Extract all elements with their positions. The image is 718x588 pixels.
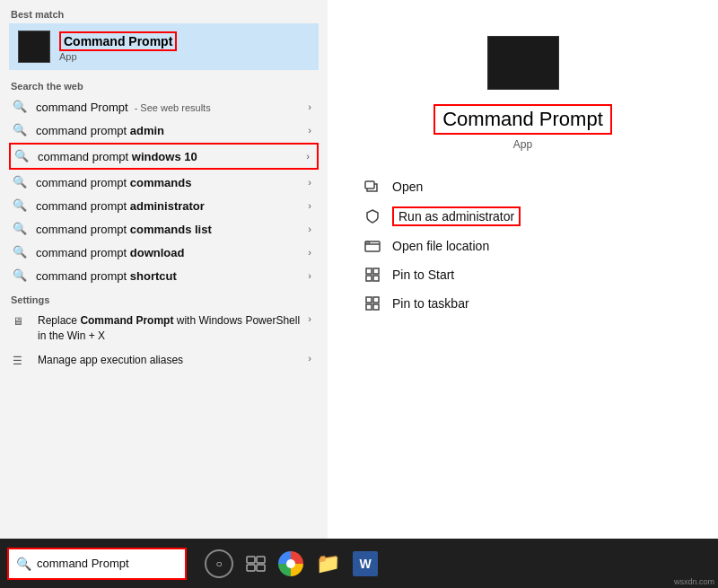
taskbar-search-icon: 🔍 bbox=[16, 557, 31, 571]
chevron-right-icon: › bbox=[308, 177, 315, 188]
taskbar-search-bar[interactable]: 🔍 command Prompt bbox=[7, 548, 187, 580]
list-item[interactable]: ☰ Manage app execution aliases › bbox=[9, 348, 319, 377]
svg-rect-3 bbox=[373, 268, 379, 274]
shield-icon bbox=[363, 207, 381, 225]
pin-taskbar-icon bbox=[363, 294, 381, 312]
list-item[interactable]: 🖥 Replace Command Prompt with Windows Po… bbox=[9, 309, 319, 348]
svg-rect-11 bbox=[257, 557, 265, 563]
search-icon: 🔍 bbox=[14, 149, 29, 163]
task-view-button[interactable] bbox=[246, 556, 266, 572]
search-result-text: command prompt windows 10 bbox=[38, 150, 306, 163]
app-preview-type: App bbox=[513, 138, 532, 151]
chevron-right-icon: › bbox=[306, 151, 313, 162]
list-item[interactable]: 🔍 command prompt download › bbox=[9, 241, 319, 264]
open-button[interactable]: Open bbox=[363, 172, 718, 201]
monitor-icon: 🖥 bbox=[13, 315, 31, 333]
list-item[interactable]: 🔍 command prompt commands › bbox=[9, 171, 319, 194]
settings-item-text: Replace Command Prompt with Windows Powe… bbox=[38, 313, 308, 344]
search-icon: 🔍 bbox=[13, 123, 27, 137]
chrome-icon[interactable] bbox=[278, 551, 303, 576]
best-match-item[interactable]: Command Prompt App bbox=[9, 23, 319, 70]
best-match-section: Best match Command Prompt App bbox=[0, 0, 328, 75]
settings-section: Settings 🖥 Replace Command Prompt with W… bbox=[0, 289, 328, 379]
pin-start-button[interactable]: Pin to Start bbox=[363, 260, 718, 289]
search-result-text: command prompt commands bbox=[36, 176, 308, 189]
search-icon: 🔍 bbox=[13, 222, 27, 236]
open-icon bbox=[363, 178, 381, 196]
list-item[interactable]: 🔍 command prompt commands list › bbox=[9, 217, 319, 241]
folder-icon: 📁 bbox=[316, 552, 340, 575]
chevron-right-icon: › bbox=[308, 101, 315, 112]
chevron-right-icon: › bbox=[308, 224, 315, 234]
bold-text: commands bbox=[130, 176, 192, 189]
word-button[interactable]: W bbox=[353, 551, 378, 576]
svg-rect-4 bbox=[366, 276, 372, 281]
search-result-text: command prompt shortcut bbox=[36, 269, 308, 283]
best-match-app-type: App bbox=[59, 51, 177, 62]
settings-label: Settings bbox=[9, 294, 319, 305]
search-result-text: command prompt download bbox=[36, 246, 308, 259]
search-result-text: command Prompt - See web results bbox=[36, 101, 308, 114]
chevron-right-icon: › bbox=[308, 313, 315, 324]
left-panel: Best match Command Prompt App Search the… bbox=[0, 0, 328, 539]
run-as-admin-label: Run as administrator bbox=[392, 206, 521, 226]
search-web-section: Search the web 🔍 command Prompt - See we… bbox=[0, 75, 328, 289]
open-file-location-label: Open file location bbox=[392, 239, 489, 253]
search-icon: 🔍 bbox=[13, 175, 27, 189]
run-as-admin-button[interactable]: Run as administrator bbox=[363, 201, 718, 232]
chevron-right-icon: › bbox=[308, 200, 315, 211]
list-icon: ☰ bbox=[13, 355, 31, 373]
search-icon: 🔍 bbox=[13, 100, 27, 114]
search-text-main: command Prompt bbox=[36, 101, 128, 114]
list-item[interactable]: 🔍 command prompt admin › bbox=[9, 118, 319, 142]
cmd-icon-best-match bbox=[18, 31, 50, 63]
pin-taskbar-label: Pin to taskbar bbox=[392, 296, 469, 311]
taskbar: 🔍 command Prompt ○ 📁 W wsxdn.com bbox=[0, 539, 718, 588]
svg-rect-5 bbox=[373, 276, 379, 281]
chevron-right-icon: › bbox=[308, 125, 315, 136]
chevron-right-icon: › bbox=[308, 270, 315, 281]
search-icon: 🔍 bbox=[13, 198, 27, 213]
best-match-label: Best match bbox=[9, 9, 319, 20]
open-label: Open bbox=[392, 180, 423, 194]
svg-rect-10 bbox=[247, 557, 255, 563]
svg-rect-0 bbox=[365, 181, 374, 189]
svg-rect-13 bbox=[257, 565, 265, 571]
svg-rect-9 bbox=[373, 304, 379, 310]
pin-start-icon bbox=[363, 266, 381, 284]
file-explorer-button[interactable]: 📁 bbox=[316, 552, 340, 575]
bold-text: commands list bbox=[130, 223, 212, 236]
svg-rect-2 bbox=[366, 268, 372, 274]
svg-rect-7 bbox=[373, 297, 379, 303]
cortana-icon: ○ bbox=[215, 557, 222, 570]
search-result-text: command prompt administrator bbox=[36, 199, 308, 213]
search-result-text: command prompt admin bbox=[36, 124, 308, 137]
svg-rect-12 bbox=[247, 565, 255, 571]
taskbar-icons: ○ 📁 W bbox=[205, 549, 378, 578]
settings-item-text: Manage app execution aliases bbox=[38, 353, 308, 368]
open-file-location-button[interactable]: Open file location bbox=[363, 232, 718, 260]
svg-rect-6 bbox=[366, 297, 372, 303]
file-location-icon bbox=[363, 237, 381, 255]
bold-text: shortcut bbox=[130, 269, 177, 283]
list-item[interactable]: 🔍 command prompt shortcut › bbox=[9, 264, 319, 287]
bold-text: download bbox=[130, 246, 185, 259]
pin-start-label: Pin to Start bbox=[392, 268, 454, 282]
watermark-label: wsxdn.com bbox=[674, 577, 714, 586]
app-preview-title: Command Prompt bbox=[433, 104, 612, 135]
search-result-text: command prompt commands list bbox=[36, 223, 308, 236]
bold-text: windows 10 bbox=[132, 150, 197, 163]
list-item-windows10[interactable]: 🔍 command prompt windows 10 › bbox=[9, 143, 319, 170]
search-icon: 🔍 bbox=[13, 245, 27, 259]
chevron-right-icon: › bbox=[308, 353, 315, 364]
search-icon: 🔍 bbox=[13, 268, 27, 283]
best-match-app-name: Command Prompt bbox=[59, 31, 177, 51]
pin-taskbar-button[interactable]: Pin to taskbar bbox=[363, 289, 718, 318]
chevron-right-icon: › bbox=[308, 247, 315, 258]
cortana-button[interactable]: ○ bbox=[205, 549, 233, 578]
svg-rect-8 bbox=[366, 304, 372, 310]
right-panel: Command Prompt App Open Run as administr… bbox=[328, 0, 718, 539]
list-item[interactable]: 🔍 command prompt administrator › bbox=[9, 194, 319, 217]
list-item[interactable]: 🔍 command Prompt - See web results › bbox=[9, 95, 319, 118]
bold-text: administrator bbox=[130, 199, 205, 213]
